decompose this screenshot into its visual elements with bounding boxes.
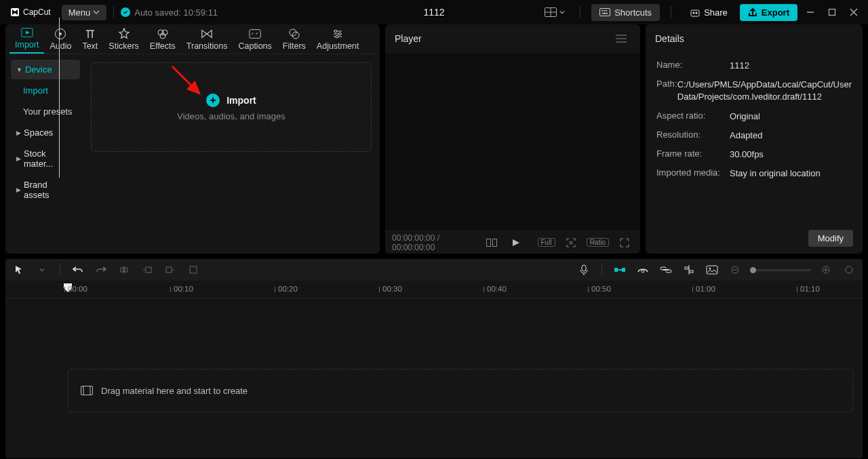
tab-effects[interactable]: Effects [144, 28, 181, 54]
svg-point-27 [292, 32, 299, 39]
import-dropzone[interactable]: + Import Videos, audios, and images [91, 62, 372, 152]
zoom-in-button[interactable] [818, 262, 834, 278]
player-title: Player [395, 33, 422, 44]
tree-import[interactable]: Import [11, 81, 80, 100]
align-button[interactable] [681, 262, 697, 278]
crop-icon [189, 265, 198, 275]
layout-icon [545, 7, 557, 17]
ratio-button[interactable]: Ratio [587, 238, 609, 247]
tree-brand[interactable]: ▶Brand assets [11, 175, 80, 205]
tab-text[interactable]: Text [77, 28, 103, 54]
split-icon [119, 265, 129, 275]
selection-tool[interactable] [11, 262, 27, 278]
crop-button[interactable] [185, 262, 201, 278]
ruler-tick: 00:40 [487, 285, 507, 293]
tab-label: Filters [283, 41, 306, 51]
adjustment-icon [332, 28, 344, 40]
import-icon [21, 26, 33, 39]
tab-filters[interactable]: Filters [277, 28, 311, 54]
timeline-drop-hint[interactable]: Drag material here and start to create [68, 369, 853, 412]
svg-point-12 [693, 12, 695, 14]
fullscreen-button[interactable] [616, 235, 633, 250]
link-preview-button[interactable] [635, 262, 651, 278]
share-icon [690, 7, 700, 17]
player-viewport[interactable] [385, 53, 640, 231]
tree-label: Import [23, 85, 48, 96]
tab-label: Text [82, 41, 98, 51]
timeline-ruler[interactable]: 00:00 00:10 00:20 00:30 00:40 00:50 01:0… [5, 281, 863, 298]
minimize-button[interactable] [802, 3, 819, 21]
svg-rect-25 [250, 30, 260, 39]
zoom-out-button[interactable] [727, 262, 743, 278]
app-name: CapCut [23, 7, 51, 17]
delete-right-button[interactable] [162, 262, 178, 278]
svg-rect-9 [606, 10, 607, 12]
link-icon [660, 266, 672, 273]
delete-left-button[interactable] [139, 262, 155, 278]
svg-rect-45 [190, 266, 197, 273]
undo-icon [73, 265, 83, 275]
svg-rect-8 [604, 10, 605, 12]
maximize-button[interactable] [823, 3, 841, 21]
audio-icon [54, 28, 66, 40]
selection-dropdown[interactable] [34, 262, 50, 278]
player-menu-button[interactable] [612, 32, 631, 45]
redo-button[interactable] [93, 262, 109, 278]
tree-label: Brand assets [24, 180, 75, 200]
tree-label: Spaces [24, 127, 53, 138]
tree-device[interactable]: ▼Device [11, 60, 80, 79]
tree-stock[interactable]: ▶Stock mater... [11, 144, 80, 174]
undo-button[interactable] [70, 262, 86, 278]
zoom-fit-button[interactable] [841, 262, 857, 278]
tree-spaces[interactable]: ▶Spaces [11, 123, 80, 142]
tree-label: Device [25, 64, 52, 75]
layout-button[interactable] [540, 5, 569, 20]
time-current: 00:00:00:00 [392, 233, 435, 243]
shortcuts-button[interactable]: Shortcuts [591, 4, 660, 21]
tab-import[interactable]: Import [9, 26, 44, 54]
cover-button[interactable] [704, 262, 720, 278]
tab-adjustment[interactable]: Adjustment [311, 28, 365, 54]
tab-audio[interactable]: Audio [44, 28, 77, 54]
export-button[interactable]: Export [740, 4, 797, 21]
full-button[interactable]: Full [538, 238, 555, 247]
compare-button[interactable] [482, 236, 501, 250]
triangle-down-icon: ▼ [16, 66, 22, 73]
tab-label: Import [15, 40, 39, 49]
linkage-button[interactable] [658, 262, 674, 278]
drop-hint-text: Drag material here and start to create [101, 386, 248, 396]
svg-rect-10 [602, 13, 608, 14]
magnet-button[interactable] [612, 262, 628, 278]
svg-point-28 [334, 30, 337, 33]
captions-icon [249, 28, 261, 40]
divider [60, 264, 60, 276]
shortcuts-label: Shortcuts [614, 7, 652, 18]
tree-your-presets[interactable]: Your presets [11, 102, 80, 121]
app-logo: CapCut [5, 7, 55, 18]
svg-point-56 [709, 268, 711, 270]
zoom-slider[interactable] [750, 269, 811, 271]
player-panel: Player 00:00:00:00 / 00:00:00:00 Full Ra… [385, 24, 640, 254]
share-button[interactable]: Share [682, 4, 736, 21]
scan-button[interactable] [562, 235, 580, 250]
tree-label: Stock mater... [24, 148, 75, 169]
triangle-right-icon: ▶ [16, 155, 21, 162]
timeline[interactable]: 00:00 00:10 00:20 00:30 00:40 00:50 01:0… [5, 281, 863, 458]
play-button[interactable] [508, 236, 524, 250]
cursor-icon [14, 265, 24, 275]
export-label: Export [762, 7, 789, 18]
menu-button[interactable]: Menu [62, 5, 107, 20]
tab-captions[interactable]: Captions [233, 28, 277, 54]
ruler-tick: 00:10 [174, 285, 193, 293]
svg-marker-38 [513, 239, 519, 246]
tab-stickers[interactable]: Stickers [103, 28, 144, 54]
modify-button[interactable]: Modify [808, 230, 853, 247]
svg-point-13 [696, 12, 698, 14]
svg-rect-49 [618, 269, 622, 271]
details-fps-value: 30.00fps [730, 148, 852, 161]
split-button[interactable] [116, 262, 132, 278]
mic-button[interactable] [576, 262, 592, 278]
autosave-text: Auto saved: 10:59:11 [134, 7, 218, 18]
tab-transitions[interactable]: Transitions [181, 28, 233, 54]
close-button[interactable] [845, 3, 863, 21]
